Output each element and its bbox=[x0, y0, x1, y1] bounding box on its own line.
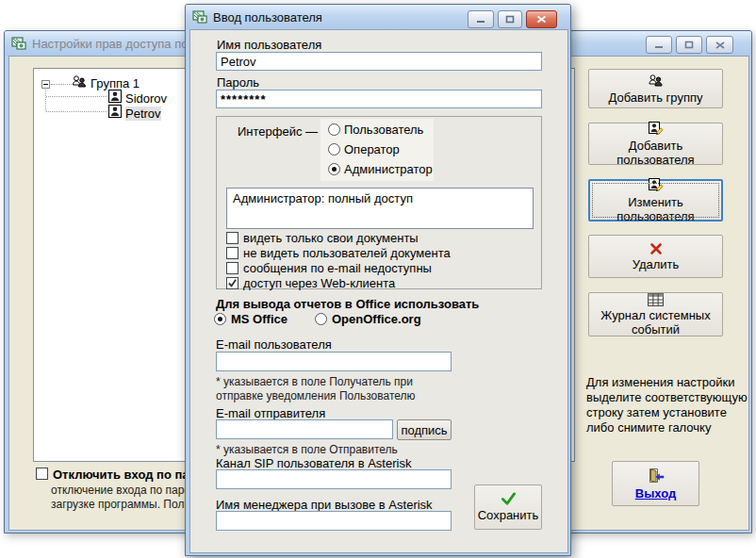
checkbox-own-documents-label: видеть только свои документы bbox=[243, 231, 419, 245]
delete-label: Удалить bbox=[633, 257, 680, 271]
add-group-label: Добавить группу bbox=[609, 90, 703, 105]
tree-connector bbox=[46, 111, 107, 112]
delete-icon bbox=[649, 242, 663, 255]
disable-login-desc-1: отключение входа по парол bbox=[51, 484, 197, 497]
check-icon bbox=[227, 278, 238, 288]
email-user-label: E-mail пользователя bbox=[216, 337, 332, 352]
save-button-label: Сохранить bbox=[478, 508, 539, 522]
manager-name-label: Имя менеджера при вызове в Asterisk bbox=[216, 498, 433, 512]
email-sender-label: E-mail отправителя bbox=[216, 406, 325, 420]
system-journal-button[interactable]: Журнал системных событий bbox=[588, 292, 723, 336]
sip-channel-label: Канал SIP пользователя в Asterisk bbox=[216, 456, 411, 470]
tree-connector bbox=[46, 96, 107, 97]
delete-button[interactable]: Удалить bbox=[588, 235, 723, 278]
username-input[interactable] bbox=[216, 52, 542, 71]
interface-radio-panel: Пользователь Оператор Администратор bbox=[320, 119, 434, 181]
help-line-1: Для изменения настройки bbox=[586, 375, 748, 390]
add-user-button[interactable]: Добавить пользователя bbox=[588, 123, 723, 165]
group-icon bbox=[72, 74, 87, 90]
sip-channel-input[interactable] bbox=[216, 469, 452, 489]
tree-collapse-icon[interactable] bbox=[41, 80, 50, 89]
interface-label: Интерфейс — bbox=[238, 124, 318, 139]
edit-user-button[interactable]: Изменить пользователя bbox=[588, 179, 723, 222]
checkbox-email-unavailable-label: сообщения по e-mail недоступны bbox=[243, 261, 432, 275]
interface-radio-admin[interactable] bbox=[328, 163, 340, 175]
interface-radio-operator[interactable] bbox=[328, 143, 340, 156]
disable-login-label: Отключить вход по паро bbox=[53, 468, 204, 482]
main-maximize-button[interactable] bbox=[676, 36, 702, 54]
office-section-label: Для вывода отчетов в Office использовать bbox=[216, 297, 479, 311]
interface-groupbox: Интерфейс — Пользователь Оператор Админи… bbox=[216, 116, 542, 289]
interface-description-box: Администратор: полный доступ bbox=[226, 188, 534, 229]
radio-ms-office[interactable] bbox=[214, 313, 226, 325]
radio-openoffice-label: OpenOffice.org bbox=[332, 312, 421, 326]
user-icon bbox=[108, 105, 122, 118]
disable-login-checkbox[interactable] bbox=[36, 468, 48, 480]
app-icon bbox=[192, 9, 207, 25]
user-icon bbox=[108, 90, 122, 103]
checkbox-hide-users[interactable] bbox=[226, 247, 238, 259]
username-label: Имя пользователя bbox=[217, 38, 321, 52]
dialog-client-area: Имя пользователя Пароль Интерфейс — Поль… bbox=[189, 29, 568, 553]
email-user-input[interactable] bbox=[216, 352, 452, 371]
checkbox-web-client[interactable] bbox=[226, 277, 238, 289]
add-group-icon bbox=[648, 74, 664, 89]
help-line-3: строку затем установите bbox=[586, 405, 748, 420]
add-group-button[interactable]: Добавить группу bbox=[588, 69, 723, 108]
focus-ring bbox=[592, 183, 719, 218]
signature-button[interactable]: подпись bbox=[397, 419, 452, 440]
dialog-close-button[interactable] bbox=[526, 10, 557, 28]
user-entry-dialog: Ввод пользователя Имя пользователя Парол… bbox=[185, 4, 571, 556]
exit-button[interactable]: Выход bbox=[612, 461, 699, 506]
email-sender-note: * указывается в поле Отправитель bbox=[216, 443, 398, 456]
main-close-button[interactable] bbox=[706, 36, 733, 54]
password-label: Пароль bbox=[217, 75, 259, 90]
dialog-maximize-button[interactable] bbox=[498, 10, 522, 28]
system-journal-label: Журнал системных событий bbox=[597, 308, 715, 336]
radio-openoffice[interactable] bbox=[315, 313, 327, 325]
email-user-note-1: * указывается в поле Получатель при bbox=[216, 375, 413, 388]
tree-connector bbox=[45, 90, 46, 111]
interface-radio-operator-label: Оператор bbox=[344, 142, 400, 156]
dialog-minimize-button[interactable] bbox=[468, 10, 494, 28]
email-sender-input[interactable] bbox=[216, 419, 393, 439]
interface-radio-user[interactable] bbox=[328, 123, 340, 136]
checkbox-hide-users-label: не видеть пользователей документа bbox=[243, 246, 451, 260]
main-window-title: Настройки прав доступа поль bbox=[32, 37, 202, 51]
manager-name-input[interactable] bbox=[216, 511, 452, 531]
exit-label: Выход bbox=[635, 486, 676, 501]
tree-item-user-petrov[interactable]: Petrov bbox=[125, 107, 161, 121]
checkbox-email-unavailable[interactable] bbox=[226, 262, 238, 274]
journal-icon bbox=[648, 293, 664, 306]
help-text: Для изменения настройки выделите соответ… bbox=[586, 375, 748, 435]
email-user-note-2: отправке уведомления Пользователю bbox=[216, 389, 416, 402]
add-user-icon bbox=[648, 122, 664, 137]
help-line-4: либо снимите галочку bbox=[586, 420, 748, 435]
main-minimize-button[interactable] bbox=[646, 36, 672, 54]
password-input[interactable] bbox=[216, 90, 542, 108]
interface-radio-user-label: Пользователь bbox=[344, 123, 423, 137]
tree-item-user-sidorov[interactable]: Sidorov bbox=[125, 91, 167, 106]
dialog-title: Ввод пользователя bbox=[213, 10, 322, 25]
help-line-2: выделите соответствующую bbox=[586, 390, 748, 405]
save-check-icon bbox=[499, 492, 518, 506]
add-user-label: Добавить пользователя bbox=[589, 139, 722, 167]
exit-door-icon bbox=[647, 468, 666, 484]
checkbox-web-client-label: доступ через Web-клиента bbox=[243, 276, 395, 290]
tree-connector bbox=[51, 84, 72, 85]
checkbox-own-documents[interactable] bbox=[226, 232, 238, 244]
save-button[interactable]: Сохранить bbox=[474, 484, 542, 530]
app-icon bbox=[11, 36, 26, 51]
radio-ms-office-label: MS Office bbox=[231, 312, 288, 326]
disable-login-desc-2: загрузке программы. Полнь bbox=[51, 498, 196, 511]
tree-item-group[interactable]: Группа 1 bbox=[90, 76, 140, 90]
signature-button-label: подпись bbox=[401, 423, 447, 437]
interface-radio-admin-label: Администратор bbox=[344, 162, 433, 176]
